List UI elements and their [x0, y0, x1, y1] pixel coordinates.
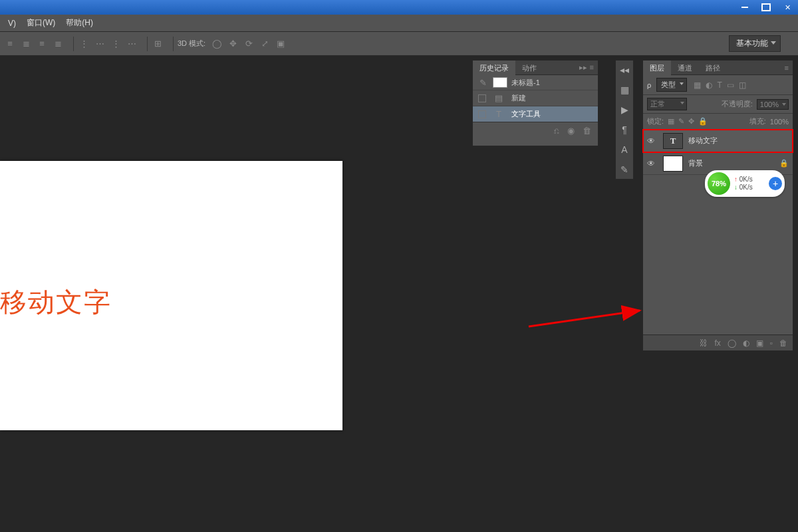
lock-transparent-icon[interactable]: ▦ [668, 117, 674, 126]
layer-name[interactable]: 移动文字 [688, 136, 789, 146]
new-group-icon[interactable]: ▣ [756, 338, 763, 348]
camera-icon[interactable]: ▣ [275, 38, 287, 50]
workspace-switcher[interactable]: 基本功能 [729, 35, 781, 52]
menu-item-window[interactable]: 窗口(W) [21, 17, 61, 29]
window-titlebar [0, 0, 798, 15]
distribute-icon[interactable]: ⋯ [94, 38, 106, 50]
document-thumbnail [493, 77, 507, 88]
dock-expand-icon[interactable]: ◂◂ [618, 63, 631, 76]
panel-menu-icon[interactable]: ≡ [785, 64, 789, 72]
brush-panel-icon[interactable]: ✎ [618, 163, 631, 176]
align-icon[interactable]: ≣ [52, 38, 64, 50]
trash-icon[interactable]: 🗑 [583, 126, 591, 136]
download-speed: 0K/s [734, 184, 753, 192]
swatches-icon[interactable]: ▦ [618, 83, 631, 96]
align-icon[interactable]: ≡ [36, 38, 48, 50]
visibility-toggle-icon[interactable]: 👁 [647, 136, 658, 146]
opacity-label: 不透明度: [722, 99, 753, 109]
new-doc-icon: ▤ [493, 92, 505, 104]
filter-shape-icon[interactable]: ▭ [727, 80, 734, 90]
window-maximize-button[interactable] [757, 1, 775, 13]
menu-item-view[interactable]: V) [3, 19, 21, 28]
distribute-icon[interactable]: ⊞ [152, 38, 164, 50]
collapsed-panel-dock: ◂◂ ▦ ▶ ¶ A ✎ [615, 60, 634, 180]
lock-all-icon[interactable]: 🔒 [698, 117, 708, 126]
tab-history[interactable]: 历史记录 [473, 61, 515, 75]
lock-position-icon[interactable]: ✥ [688, 117, 694, 126]
play-icon[interactable]: ▶ [618, 103, 631, 116]
align-icon[interactable]: ≡ [4, 38, 16, 50]
pan-icon[interactable]: ✥ [227, 38, 239, 50]
layer-thumbnail [663, 156, 683, 172]
paragraph-icon[interactable]: ¶ [618, 123, 631, 136]
brush-icon: ✎ [477, 76, 489, 88]
delete-layer-icon[interactable]: 🗑 [779, 338, 787, 348]
distribute-icon[interactable]: ⋮ [110, 38, 122, 50]
scale-icon[interactable]: ⤢ [259, 38, 271, 50]
history-checkbox[interactable] [478, 110, 486, 118]
history-entry[interactable]: T 文字工具 [473, 106, 598, 122]
filter-adjust-icon[interactable]: ◐ [706, 80, 712, 90]
new-fill-icon[interactable]: ◐ [743, 338, 749, 348]
window-minimize-button[interactable] [735, 1, 754, 13]
opacity-value[interactable]: 100% [757, 99, 789, 110]
filter-smart-icon[interactable]: ◫ [739, 80, 746, 90]
tab-channels[interactable]: 通道 [671, 61, 699, 75]
window-close-button[interactable] [778, 1, 797, 13]
mode-3d-label: 3D 模式: [178, 39, 205, 49]
layer-style-icon[interactable]: fx [714, 338, 720, 348]
canvas-text[interactable]: 移动文字 [0, 284, 112, 321]
tab-actions[interactable]: 动作 [515, 61, 543, 75]
layer-thumbnail: T [663, 133, 683, 149]
lock-label: 锁定: [647, 116, 664, 126]
layer-filter-dropdown[interactable]: 类型 [656, 78, 687, 92]
create-document-icon[interactable]: ⎌ [554, 126, 559, 136]
link-layers-icon[interactable]: ⛓ [700, 338, 708, 348]
panel-menu-icon[interactable]: ≡ [590, 63, 594, 72]
network-speed-widget[interactable]: 78% 0K/s 0K/s + [705, 170, 785, 197]
history-entry-label: 文字工具 [511, 109, 541, 119]
expand-widget-button[interactable]: + [769, 177, 782, 190]
lock-icon: 🔒 [779, 159, 789, 168]
history-panel: 历史记录 动作 ▸▸≡ ✎ 未标题-1 ▤ 新建 T 文字工具 ⎌ ◉ 🗑 [472, 60, 598, 146]
distribute-icon[interactable]: ⋮ [78, 38, 90, 50]
tab-paths[interactable]: 路径 [699, 61, 727, 75]
canvas[interactable]: 移动文字 [0, 161, 342, 430]
menu-item-help[interactable]: 帮助(H) [61, 17, 98, 29]
layer-name[interactable]: 背景 [688, 158, 774, 168]
layers-panel: 图层 通道 路径 ≡ ρ 类型 ▦ ◐ T ▭ ◫ 正常 不透明度: 100% [642, 60, 793, 351]
fill-label: 填充: [749, 116, 766, 126]
history-entry[interactable]: ▤ 新建 [473, 90, 598, 106]
distribute-icon[interactable]: ⋯ [126, 38, 138, 50]
history-checkbox[interactable] [478, 94, 486, 102]
performance-gauge: 78% [708, 172, 730, 195]
history-entry-label: 新建 [511, 93, 526, 103]
filter-type-icon[interactable]: T [717, 80, 722, 90]
align-icon[interactable]: ≣ [20, 38, 32, 50]
type-icon: T [493, 108, 505, 120]
document-name: 未标题-1 [511, 78, 540, 88]
fill-value[interactable]: 100% [770, 118, 789, 126]
collapse-icon[interactable]: ▸▸ [579, 63, 587, 72]
tab-layers[interactable]: 图层 [643, 61, 671, 75]
layer-item-text[interactable]: 👁 T 移动文字 [643, 130, 793, 152]
blend-mode-dropdown[interactable]: 正常 [647, 98, 687, 110]
options-bar: ≡ ≣ ≡ ≣ ⋮ ⋯ ⋮ ⋯ ⊞ 3D 模式: ◯ ✥ ⟳ ⤢ ▣ 基本功能 [0, 32, 798, 56]
visibility-toggle-icon[interactable]: 👁 [647, 159, 658, 168]
filter-pixel-icon[interactable]: ▦ [694, 80, 701, 90]
layer-mask-icon[interactable]: ◯ [728, 338, 736, 348]
rotate-icon[interactable]: ⟳ [243, 38, 255, 50]
upload-speed: 0K/s [734, 176, 753, 184]
menu-bar: V) 窗口(W) 帮助(H) [0, 15, 798, 32]
lock-pixels-icon[interactable]: ✎ [678, 117, 684, 126]
orbit-icon[interactable]: ◯ [211, 38, 223, 50]
new-layer-icon[interactable]: ▫ [770, 338, 773, 348]
character-icon[interactable]: A [618, 143, 631, 156]
snapshot-icon[interactable]: ◉ [567, 126, 575, 136]
